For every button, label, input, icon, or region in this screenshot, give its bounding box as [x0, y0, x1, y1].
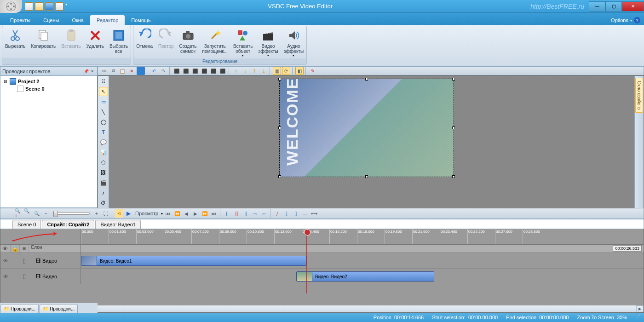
mini-delete-icon[interactable]: ✕ — [127, 67, 136, 75]
watermark-link[interactable]: http://BestFREE.ru — [530, 3, 589, 10]
trim-l-icon[interactable]: ⟦ — [282, 209, 291, 218]
arrow-down-icon[interactable]: ↓ — [241, 67, 249, 75]
minimize-button[interactable]: — — [589, 1, 605, 12]
grid-btn-3[interactable]: ◧ — [295, 67, 304, 75]
options-menu[interactable]: Options — [611, 17, 628, 23]
align-bot-icon[interactable]: ⬛ — [218, 67, 227, 75]
snapshot-button[interactable]: Создать снимок — [177, 26, 200, 58]
remove-icon[interactable]: — — [301, 209, 309, 218]
marker-b-icon[interactable]: |] — [232, 209, 241, 218]
app-menu-button[interactable] — [0, 0, 22, 13]
tl-tab-video[interactable]: Видео: Видео1 — [95, 220, 141, 229]
clip-video2[interactable]: Видео: Видео2 — [296, 271, 434, 282]
tab-projects[interactable]: Проекты — [4, 15, 37, 25]
counter-tool-icon[interactable]: ⏱ — [99, 198, 108, 207]
ellipse-tool-icon[interactable]: ◯ — [99, 117, 108, 126]
zoom-out-icon[interactable]: 🔍− — [23, 209, 32, 218]
layer-column-icon[interactable]: ≡ — [20, 245, 29, 253]
eye-column-icon[interactable]: 👁 — [0, 245, 11, 253]
project-tree[interactable]: ⊟ Project 2 Scene 0 — [0, 76, 97, 207]
fit-width-icon[interactable]: ⛶ — [102, 209, 110, 218]
delete-button[interactable]: Удалить — [84, 26, 107, 58]
grid-btn-1[interactable]: ▦ — [273, 67, 281, 75]
marker-a-icon[interactable]: [| — [223, 209, 231, 218]
pin-icon[interactable]: 📌 — [83, 69, 89, 74]
properties-tab[interactable]: Окно свойств — [635, 78, 643, 113]
video-preview-frame[interactable]: WELCOME — [279, 79, 454, 177]
tl-tab-scene[interactable]: Scene 0 — [12, 220, 41, 229]
qat-save-icon[interactable] — [45, 2, 53, 11]
ffwd-icon[interactable]: ⏩ — [201, 209, 209, 218]
tab-help[interactable]: Помощь — [125, 15, 157, 25]
loop-icon[interactable]: ⟲ — [115, 209, 123, 218]
audio-effects-button[interactable]: Аудио эффекты▾ — [281, 26, 306, 58]
explorer-tab-2[interactable]: 📁Проводни... — [40, 304, 78, 313]
video-effects-button[interactable]: Видео эффекты▾ — [255, 26, 281, 58]
mini-select-icon[interactable] — [137, 67, 145, 75]
chevron-down-icon[interactable]: ▾ — [161, 212, 163, 216]
rewind-icon[interactable]: ⏪ — [173, 209, 181, 218]
help-icon[interactable]: ? — [634, 17, 640, 23]
zoom-fit-icon[interactable]: 🔍 — [33, 209, 41, 218]
audio-tool-icon[interactable]: ♪ — [99, 188, 108, 197]
qat-export-icon[interactable] — [55, 2, 63, 11]
zoom-plus-icon[interactable]: + — [92, 209, 101, 218]
explorer-tab-1[interactable]: 📁Проводни... — [0, 304, 39, 313]
redo-button[interactable]: Повтор — [155, 26, 176, 58]
step-fwd-icon[interactable]: ▶ — [191, 209, 200, 218]
handle-icon[interactable]: ⠿ — [99, 77, 108, 86]
paste-button[interactable]: Вставить — [58, 26, 83, 58]
zoom-minus-icon[interactable]: − — [42, 209, 50, 218]
qat-open-icon[interactable] — [35, 2, 43, 11]
lock-column-icon[interactable]: 🔒 — [11, 245, 20, 253]
qat-new-icon[interactable] — [25, 2, 33, 11]
wizard-button[interactable]: Запустить помощник... — [200, 26, 230, 58]
marker-c-icon[interactable]: |] — [242, 209, 250, 218]
go-start-icon[interactable]: ⏮ — [164, 209, 172, 218]
arrow-up2-icon[interactable]: ⤒ — [250, 67, 259, 75]
close-panel-icon[interactable]: ✕ — [90, 69, 95, 74]
image-tool-icon[interactable]: 🖼 — [99, 168, 108, 177]
playhead[interactable] — [306, 229, 307, 293]
track-visibility-icon[interactable]: 👁 — [0, 269, 11, 284]
arrow-down2-icon[interactable]: ⤓ — [259, 67, 268, 75]
timeline-empty-area[interactable] — [0, 284, 644, 305]
mini-paste-icon[interactable]: 📋 — [118, 67, 126, 75]
arrow-up-icon[interactable]: ↑ — [232, 67, 240, 75]
copy-button[interactable]: Копировать — [28, 26, 58, 58]
link-r-icon[interactable]: ⤚ — [260, 209, 268, 218]
scroll-right-icon[interactable]: ▶ — [636, 305, 644, 312]
collapse-icon[interactable]: ⊟ — [3, 79, 8, 84]
track-name[interactable]: 🎞Видео — [29, 253, 80, 268]
step-back-icon[interactable]: ◀ — [182, 209, 190, 218]
maximize-button[interactable]: ▢ — [605, 1, 622, 12]
track-1-area[interactable]: Видео: Видео1 — [81, 253, 644, 268]
rect-tool-icon[interactable]: ▭ — [99, 97, 108, 106]
go-end-icon[interactable]: ⏭ — [210, 209, 218, 218]
insert-object-button[interactable]: Вставить объект▾ — [230, 26, 255, 58]
ruler-scale[interactable]: 00.00000:01.80000:03.60000:05.40000:07.2… — [81, 229, 644, 244]
zoom-slider[interactable] — [53, 212, 90, 215]
undo-button[interactable]: Отмена — [133, 26, 155, 58]
align-right-icon[interactable]: ⬛ — [191, 67, 199, 75]
tab-windows[interactable]: Окна — [65, 15, 90, 25]
shape-tool-icon[interactable]: ⬠ — [99, 158, 108, 167]
play-icon[interactable]: ▶ — [124, 209, 132, 218]
align-top-icon[interactable]: ⬛ — [200, 67, 208, 75]
track-name[interactable]: 🎞Видео — [29, 269, 80, 284]
qat-dropdown-icon[interactable]: ▾ — [65, 2, 67, 11]
slider-thumb[interactable] — [53, 211, 58, 217]
tooltip-tool-icon[interactable]: 💬 — [99, 138, 108, 147]
clip-video1[interactable]: Видео: Видео1 — [81, 256, 306, 266]
mini-undo-icon[interactable]: ↶ — [150, 67, 158, 75]
cut-button[interactable]: Вырезать — [2, 26, 28, 58]
resize-grip-icon[interactable]: ⋰ — [635, 315, 640, 321]
zoom-in-icon[interactable]: 🔍+ — [14, 209, 23, 218]
tree-root[interactable]: ⊟ Project 2 — [3, 78, 94, 85]
tab-editor[interactable]: Редактор — [90, 15, 125, 25]
tl-tab-sprite[interactable]: Спрайт: Спрайт2 — [42, 220, 94, 229]
split-icon[interactable]: ⧸ — [273, 209, 282, 218]
track-visibility-icon[interactable]: 👁 — [0, 253, 11, 268]
pencil-icon[interactable]: ✎ — [309, 67, 317, 75]
mini-copy-icon[interactable]: ⧉ — [109, 67, 117, 75]
